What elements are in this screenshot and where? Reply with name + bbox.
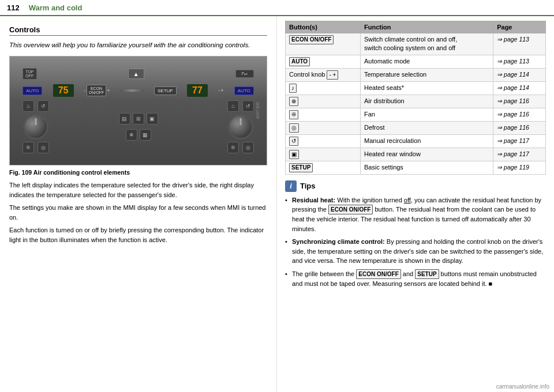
col-header-buttons: Button(s) [286, 21, 361, 33]
tips-title: Tips [300, 180, 316, 192]
page-cell-auto: ⇒ page 113 [493, 55, 546, 68]
ac-auto-right: AUTO [234, 86, 254, 95]
watermark: carmanualonline.info [496, 383, 549, 390]
ac-image-box: TOPOFF ▲ P₄₈ AUTO 75 - [9, 56, 267, 165]
ac-icon-right2: ↺ [242, 100, 254, 112]
body-para1: The left display indicates the temperatu… [9, 180, 267, 199]
tip-grille-and: and [401, 270, 415, 277]
table-row: Control knob - + Temperature selection ⇒… [286, 68, 546, 81]
ac-icon-mid2: ▦ [140, 129, 151, 141]
content-area: Controls This overview will help you to … [0, 16, 554, 392]
func-cell-recirc: Manual recirculation [361, 134, 493, 148]
seat-icon: ♪ [289, 84, 297, 93]
fan-icon: ❊ [289, 110, 298, 119]
func-cell-setup: Basic settings [361, 161, 493, 174]
table-row: SETUP Basic settings ⇒ page 119 [286, 161, 546, 174]
page-cell-rear: ⇒ page 117 [493, 148, 546, 161]
page-cell-recirc: ⇒ page 117 [493, 134, 546, 148]
ac-auto-left: AUTO [23, 86, 42, 95]
ac-main-row: AUTO 75 - ECONON/OFF + SETUP 77 -+ [23, 84, 254, 97]
btn-cell-recirc: ↺ [286, 134, 361, 148]
knob-symbol: - + [327, 70, 338, 80]
page-title: Warm and cold [29, 3, 83, 12]
ac-icon-right1: ♨ [227, 100, 239, 112]
func-cell-rear: Heated rear window [361, 148, 493, 161]
ac-top-btn-left: TOPOFF [23, 68, 36, 80]
ac-knob-right [228, 114, 253, 140]
page-cell-air: ⇒ page 116 [493, 95, 546, 108]
table-row: ▣ Heated rear window ⇒ page 117 [286, 148, 546, 161]
ac-display-left: 75 [53, 84, 74, 97]
intro-text: This overview will help you to familiari… [9, 40, 267, 50]
ac-icon-center2: ⊞ [133, 113, 144, 125]
ac-setup-btn: SETUP [154, 86, 177, 95]
tip-item-sync: Synchronizing climate control: By pressi… [285, 237, 546, 266]
tips-header: i Tips [285, 180, 546, 192]
table-row: ◎ Defrost ⇒ page 116 [286, 121, 546, 134]
func-cell-defrost: Defrost [361, 121, 493, 134]
tip-sync-bold: Synchronizing climate control: [292, 238, 385, 245]
tips-section: i Tips Residual heat: With the ignition … [285, 180, 546, 387]
btn-cell-air: ⊕ [286, 95, 361, 108]
info-icon: i [285, 180, 297, 192]
btn-cell-auto: AUTO [286, 55, 361, 68]
table-row: ♪ Heated seats* ⇒ page 114 [286, 81, 546, 95]
defrost-icon: ◎ [289, 123, 299, 133]
col-header-page: Page [493, 21, 546, 33]
right-column: Button(s) Function Page ECON ON/OFF Swit… [277, 16, 554, 392]
ac-icon-seat-heat: ♨ [23, 100, 34, 112]
controls-table: Button(s) Function Page ECON ON/OFF Swit… [285, 21, 546, 175]
fig-caption: Fig. 109 Air conditioning control elemen… [9, 169, 267, 176]
ac-top-row: TOPOFF ▲ P₄₈ [23, 68, 254, 80]
header-bar: 112 Warm and cold [0, 0, 554, 16]
rear-icon: ▣ [289, 150, 299, 159]
page-cell-knob: ⇒ page 114 [493, 68, 546, 81]
btn-label-auto: AUTO [289, 57, 310, 66]
ac-icon-right4: ◎ [242, 142, 254, 153]
section-title: Controls [9, 25, 267, 36]
ac-icon-center1: ▤ [119, 113, 130, 125]
ac-display-right: 77 [187, 84, 208, 97]
btn-cell-fan: ❊ [286, 108, 361, 121]
btn-cell-setup: SETUP [286, 161, 361, 174]
func-cell-air: Air distribution [361, 95, 493, 108]
btn-cell-rear: ▣ [286, 148, 361, 161]
ac-icon-mid1: ❄ [126, 129, 137, 141]
page-number: 112 [7, 3, 20, 12]
tip-setup-btn-inline: SETUP [415, 269, 439, 279]
fig-caption-text: Air conditioning control elements [32, 169, 130, 176]
page-cell-seat: ⇒ page 114 [493, 81, 546, 95]
ac-top-btn-right: P₄₈ [235, 70, 254, 78]
func-cell-fan: Fan [361, 108, 493, 121]
btn-label-econ: ECON ON/OFF [289, 35, 334, 44]
ac-bottom-row: ♨ ↺ ❊ ◎ ▤ ⊞ [23, 100, 254, 153]
page-cell-setup: ⇒ page 119 [493, 161, 546, 174]
page-container: 112 Warm and cold Controls This overview… [0, 0, 554, 392]
page-cell-fan: ⇒ page 116 [493, 108, 546, 121]
tip-residual-bold: Residual heat: [292, 197, 335, 203]
ac-icon-recirc: ↺ [38, 100, 49, 112]
table-row: ⊕ Air distribution ⇒ page 116 [286, 95, 546, 108]
recirc-icon: ↺ [289, 137, 298, 146]
vertical-label: Bdf-1945 [255, 103, 259, 119]
table-row: AUTO Automatic mode ⇒ page 113 [286, 55, 546, 68]
func-cell-knob: Temperature selection [361, 68, 493, 81]
ac-icon-fan: ❊ [23, 142, 34, 153]
col-header-function: Function [361, 21, 493, 33]
body-para3: Each function is turned on or off by bri… [9, 225, 267, 244]
fig-caption-bold: Fig. 109 [9, 169, 32, 176]
ac-icon-dist: ◎ [38, 142, 49, 153]
table-row: ↺ Manual recirculation ⇒ page 117 [286, 134, 546, 148]
tip-item-residual: Residual heat: With the ignition turned … [285, 195, 546, 234]
btn-cell-seat: ♪ [286, 81, 361, 95]
ac-panel: TOPOFF ▲ P₄₈ AUTO 75 - [10, 56, 267, 165]
ac-knob-left [23, 114, 48, 140]
tip-econ-btn-inline: ECON ON/OFF [328, 205, 373, 214]
btn-cell-econ: ECON ON/OFF [286, 33, 361, 55]
btn-cell-defrost: ◎ [286, 121, 361, 134]
page-cell-econ: ⇒ page 113 [493, 33, 546, 55]
func-cell-seat: Heated seats* [361, 81, 493, 95]
table-row: ❊ Fan ⇒ page 116 [286, 108, 546, 121]
tip-item-grille: The grille between the ECON ON/OFF and S… [285, 269, 546, 289]
ac-econ-btn: ECONON/OFF [87, 85, 106, 96]
